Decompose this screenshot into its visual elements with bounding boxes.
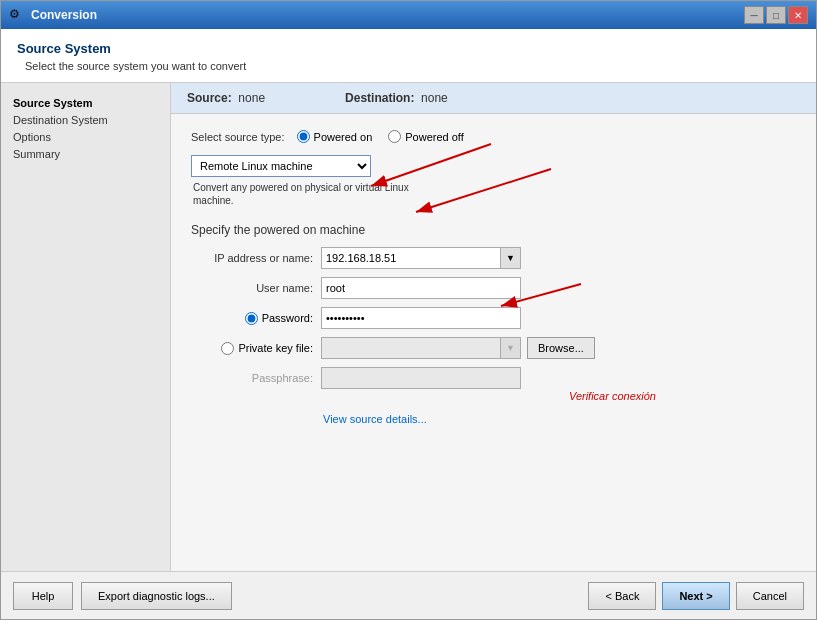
content-area: Source: none Destination: none Select so… xyxy=(171,83,816,571)
cancel-button[interactable]: Cancel xyxy=(736,582,804,610)
wizard-header: Source System Select the source system y… xyxy=(1,29,816,83)
close-button[interactable]: ✕ xyxy=(788,6,808,24)
source-header: Source: none xyxy=(187,91,265,105)
titlebar-buttons: ─ □ ✕ xyxy=(744,6,808,24)
powered-off-radio[interactable] xyxy=(388,130,401,143)
password-label: Password: xyxy=(262,312,313,324)
powered-on-label: Powered on xyxy=(314,131,373,143)
powered-on-radio[interactable] xyxy=(297,130,310,143)
source-type-radio-group: Powered on Powered off xyxy=(297,130,464,143)
private-key-label: Private key file: xyxy=(238,342,313,354)
source-type-label: Select source type: xyxy=(191,131,285,143)
titlebar: ⚙ Conversion ─ □ ✕ xyxy=(1,1,816,29)
wizard-header-subtitle: Select the source system you want to con… xyxy=(25,60,800,72)
next-button[interactable]: Next > xyxy=(662,582,729,610)
powered-off-option[interactable]: Powered off xyxy=(388,130,464,143)
passphrase-row: Passphrase: xyxy=(191,367,796,389)
machine-type-dropdown[interactable]: Remote Linux machine xyxy=(191,155,371,177)
ip-label: IP address or name: xyxy=(191,252,321,264)
password-row: Password: xyxy=(191,307,796,329)
username-label: User name: xyxy=(191,282,321,294)
private-key-input[interactable] xyxy=(322,338,500,358)
main-window: ⚙ Conversion ─ □ ✕ Source System Select … xyxy=(0,0,817,620)
wizard-header-title: Source System xyxy=(17,41,800,56)
sidebar-item-destination-system[interactable]: Destination System xyxy=(9,112,162,128)
main-content: Source System Destination System Options… xyxy=(1,83,816,571)
destination-header: Destination: none xyxy=(345,91,448,105)
sidebar-item-options[interactable]: Options xyxy=(9,129,162,145)
password-input[interactable] xyxy=(321,307,521,329)
username-input[interactable] xyxy=(321,277,521,299)
footer-right: < Back Next > Cancel xyxy=(588,582,804,610)
source-type-row: Select source type: Powered on Powered o… xyxy=(191,130,796,143)
private-key-dropdown-btn[interactable]: ▼ xyxy=(500,338,520,358)
footer-left: Help Export diagnostic logs... xyxy=(13,582,580,610)
private-key-combo: ▼ xyxy=(321,337,521,359)
content-header-bar: Source: none Destination: none xyxy=(171,83,816,114)
ip-input[interactable] xyxy=(322,248,500,268)
view-source-details-link[interactable]: View source details... xyxy=(323,413,427,425)
password-radio[interactable] xyxy=(245,312,258,325)
verificar-annotation: Verificar conexión xyxy=(569,390,656,402)
passphrase-label: Passphrase: xyxy=(191,372,321,384)
dropdown-description: Convert any powered on physical or virtu… xyxy=(193,181,413,207)
powered-off-label: Powered off xyxy=(405,131,464,143)
sidebar-item-source-system[interactable]: Source System xyxy=(9,95,162,111)
passphrase-input[interactable] xyxy=(321,367,521,389)
form-section: Select source type: Powered on Powered o… xyxy=(171,114,816,442)
private-key-radio[interactable] xyxy=(221,342,234,355)
ip-dropdown-btn[interactable]: ▼ xyxy=(500,248,520,268)
username-row: User name: xyxy=(191,277,796,299)
window-icon: ⚙ xyxy=(9,7,25,23)
powered-on-option[interactable]: Powered on xyxy=(297,130,373,143)
minimize-button[interactable]: ─ xyxy=(744,6,764,24)
export-logs-button[interactable]: Export diagnostic logs... xyxy=(81,582,232,610)
wizard-footer: Help Export diagnostic logs... < Back Ne… xyxy=(1,571,816,619)
maximize-button[interactable]: □ xyxy=(766,6,786,24)
private-key-row: Private key file: ▼ Browse... xyxy=(191,337,796,359)
machine-type-dropdown-row: Remote Linux machine Convert any powered… xyxy=(191,155,796,207)
specify-title: Specify the powered on machine xyxy=(191,223,796,237)
ip-row: IP address or name: ▼ xyxy=(191,247,796,269)
browse-button[interactable]: Browse... xyxy=(527,337,595,359)
help-button[interactable]: Help xyxy=(13,582,73,610)
ip-combo[interactable]: ▼ xyxy=(321,247,521,269)
back-button[interactable]: < Back xyxy=(588,582,656,610)
window-title: Conversion xyxy=(31,8,738,22)
specify-section: Specify the powered on machine IP addres… xyxy=(191,223,796,389)
sidebar-item-summary[interactable]: Summary xyxy=(9,146,162,162)
wizard-sidebar: Source System Destination System Options… xyxy=(1,83,171,571)
